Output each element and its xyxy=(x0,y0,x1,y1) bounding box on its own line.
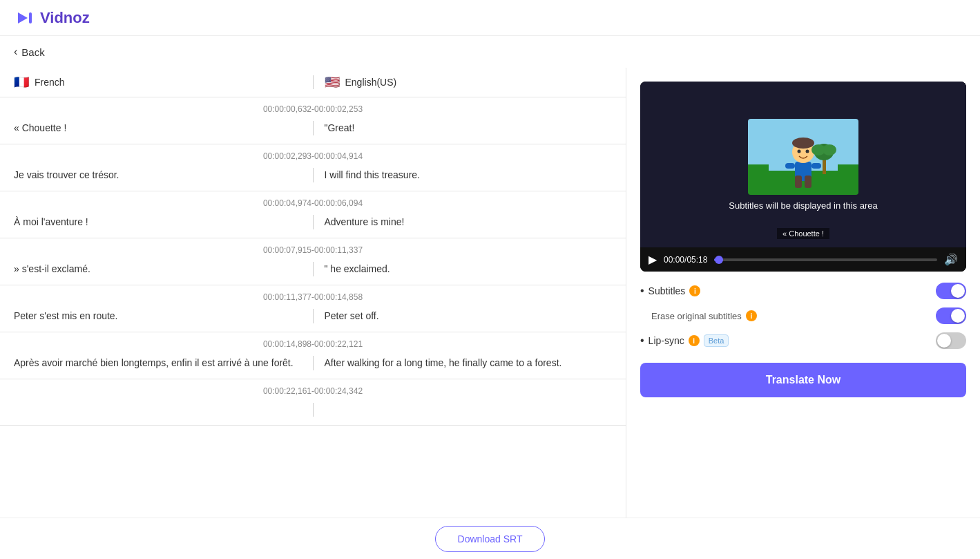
bottom-bar: Download SRT xyxy=(0,518,980,556)
video-controls: ▶ 00:00/05:18 🔊 xyxy=(640,247,966,272)
subtitle-french: À moi l'aventure ! xyxy=(14,215,302,229)
video-container: « Chouette ! Subtitles will be displayed… xyxy=(640,82,966,272)
svg-rect-1 xyxy=(29,12,32,23)
subtitle-time: 00:00:22,161-00:00:24,342 xyxy=(0,379,626,400)
lipsync-info-icon[interactable]: i xyxy=(689,335,700,346)
video-display: « Chouette ! Subtitles will be displayed… xyxy=(640,82,966,247)
lipsync-bullet: • xyxy=(640,334,644,347)
svg-rect-10 xyxy=(811,163,821,169)
lipsync-text: Lip-sync xyxy=(648,335,684,346)
app-header: Vidnoz xyxy=(0,0,980,36)
subtitle-entry: 00:00:00,632-00:00:02,253 « Chouette ! "… xyxy=(0,97,626,144)
svg-rect-12 xyxy=(805,176,811,188)
erase-info-icon[interactable]: i xyxy=(746,310,757,321)
lipsync-toggle[interactable] xyxy=(936,332,966,349)
current-time: 00:00 xyxy=(664,255,684,265)
subtitle-entry: 00:00:02,293-00:00:04,914 Je vais trouve… xyxy=(0,144,626,191)
time-display: 00:00/05:18 xyxy=(664,255,707,265)
subtitle-french: » s'est-il exclamé. xyxy=(14,262,302,276)
subtitle-time: 00:00:00,632-00:00:02,253 xyxy=(0,97,626,118)
svg-rect-11 xyxy=(795,176,802,188)
column-headers: 🇫🇷 French 🇺🇸 English(US) xyxy=(0,68,626,97)
english-column-header: 🇺🇸 English(US) xyxy=(325,75,613,90)
progress-fill xyxy=(714,258,718,261)
volume-icon[interactable]: 🔊 xyxy=(944,253,958,266)
subtitle-text-divider xyxy=(313,168,314,182)
back-label: Back xyxy=(21,46,44,58)
column-divider xyxy=(313,75,314,89)
subtitle-text-row: Je vais trouver ce trésor. I will find t… xyxy=(0,165,626,191)
subtitle-text-row: À moi l'aventure ! Adventure is mine! xyxy=(0,212,626,238)
translate-now-button[interactable]: Translate Now xyxy=(640,363,966,397)
subtitle-entry: 00:00:04,974-00:00:06,094 À moi l'aventu… xyxy=(0,191,626,238)
subtitle-entry: 00:00:07,915-00:00:11,337 » s'est-il exc… xyxy=(0,238,626,285)
main-layout: 🇫🇷 French 🇺🇸 English(US) 00:00:00,632-00… xyxy=(0,68,980,556)
subtitle-text-divider xyxy=(313,262,314,276)
subtitle-list: 00:00:00,632-00:00:02,253 « Chouette ! "… xyxy=(0,97,626,426)
subtitle-english: Peter set off. xyxy=(325,309,613,323)
erase-text: Erase original subtitles xyxy=(651,311,742,321)
subtitle-text-row: » s'est-il exclamé. " he exclaimed. xyxy=(0,259,626,285)
erase-toggle-knob xyxy=(951,309,965,323)
svg-rect-9 xyxy=(785,163,795,169)
progress-dot xyxy=(715,256,723,264)
subtitle-text-row: « Chouette ! "Great! xyxy=(0,118,626,144)
beta-badge: Beta xyxy=(704,334,729,347)
logo: Vidnoz xyxy=(14,7,90,29)
subtitle-english: Adventure is mine! xyxy=(325,215,613,229)
subtitle-french: « Chouette ! xyxy=(14,121,302,135)
subtitle-french: Après avoir marché bien longtemps, enfin… xyxy=(14,356,302,370)
subtitle-text-row xyxy=(0,400,626,425)
subtitle-time: 00:00:11,377-00:00:14,858 xyxy=(0,285,626,306)
subtitle-entry: 00:00:11,377-00:00:14,858 Peter s'est mi… xyxy=(0,285,626,332)
settings-panel: • Subtitles i Erase original subtitles i xyxy=(640,283,966,349)
video-subtitle-overlay: « Chouette ! xyxy=(777,228,829,239)
subtitle-overlay-text: « Chouette ! xyxy=(782,229,824,238)
subtitle-english: " he exclaimed. xyxy=(325,262,613,276)
svg-point-8 xyxy=(806,149,809,153)
erase-label: Erase original subtitles i xyxy=(651,310,757,321)
svg-point-6 xyxy=(792,138,814,149)
video-panel: « Chouette ! Subtitles will be displayed… xyxy=(626,68,980,556)
svg-marker-0 xyxy=(18,12,28,23)
video-thumbnail xyxy=(748,119,858,195)
subtitles-label: • Subtitles i xyxy=(640,285,700,297)
subtitle-english: "Great! xyxy=(325,121,613,135)
french-column-header: 🇫🇷 French xyxy=(14,75,302,90)
subtitle-time: 00:00:07,915-00:00:11,337 xyxy=(0,238,626,259)
logo-text: Vidnoz xyxy=(40,9,90,27)
total-time: 05:18 xyxy=(686,255,707,265)
logo-icon xyxy=(14,7,36,29)
subtitle-text-divider xyxy=(313,356,314,370)
subtitle-french: Je vais trouver ce trésor. xyxy=(14,168,302,182)
subtitle-panel[interactable]: 🇫🇷 French 🇺🇸 English(US) 00:00:00,632-00… xyxy=(0,68,626,556)
subtitles-toggle[interactable] xyxy=(936,283,966,299)
subtitle-time: 00:00:14,898-00:00:22,121 xyxy=(0,332,626,353)
subtitle-text-divider xyxy=(313,309,314,323)
subtitles-text: Subtitles xyxy=(648,285,686,296)
english-flag-icon: 🇺🇸 xyxy=(325,75,340,90)
english-label: English(US) xyxy=(345,77,397,88)
subtitle-french: Peter s'est mis en route. xyxy=(14,309,302,323)
french-flag-icon: 🇫🇷 xyxy=(14,75,29,90)
subtitles-bullet: • xyxy=(640,285,644,297)
subtitles-setting-row: • Subtitles i xyxy=(640,283,966,299)
cartoon-character xyxy=(748,119,858,195)
subtitles-toggle-knob xyxy=(951,284,965,298)
subtitle-text-divider xyxy=(313,121,314,135)
download-srt-button[interactable]: Download SRT xyxy=(435,526,546,552)
erase-toggle[interactable] xyxy=(936,307,966,324)
back-button[interactable]: ‹ Back xyxy=(0,36,980,68)
subtitles-info-icon[interactable]: i xyxy=(689,285,700,296)
subtitle-text-row: Après avoir marché bien longtemps, enfin… xyxy=(0,353,626,379)
erase-subtitles-row: Erase original subtitles i xyxy=(640,307,966,324)
play-button[interactable]: ▶ xyxy=(648,253,657,266)
svg-point-7 xyxy=(798,149,801,153)
progress-bar[interactable] xyxy=(714,258,937,261)
subtitle-text-row: Peter s'est mis en route. Peter set off. xyxy=(0,306,626,332)
svg-point-16 xyxy=(823,144,836,155)
subtitle-english: After walking for a long time, he finall… xyxy=(325,356,613,370)
subtitle-entry: 00:00:14,898-00:00:22,121 Après avoir ma… xyxy=(0,332,626,379)
lipsync-toggle-knob xyxy=(937,334,951,348)
subtitle-text-divider xyxy=(313,215,314,229)
